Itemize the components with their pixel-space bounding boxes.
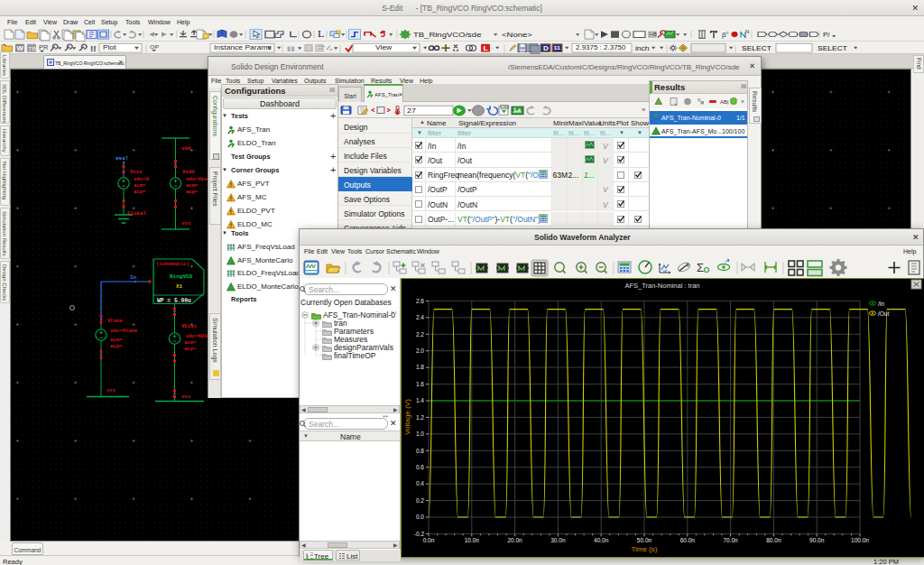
svg-text:X1: X1 <box>176 283 183 290</box>
svg-text:SELECT: SELECT <box>742 44 772 51</box>
svg-text:»: » <box>642 106 645 113</box>
svg-text:vss: vss <box>106 387 116 394</box>
svg-text:TB_RingVCO/sde: TB_RingVCO/sde <box>413 31 482 39</box>
svg-text:L: L <box>484 44 489 52</box>
svg-text:vss: vss <box>181 220 191 227</box>
svg-text:Vvss: Vvss <box>130 169 143 175</box>
svg-text:10.0n: 10.0n <box>465 537 480 543</box>
svg-text:vss: vss <box>181 394 191 400</box>
svg-text:SELECT: SELECT <box>818 44 847 51</box>
svg-text:vss!: vss! <box>116 155 128 162</box>
svg-text:acm=: acm= <box>110 337 123 343</box>
svg-text:Vbias: Vbias <box>181 323 197 329</box>
svg-text:2.6: 2.6 <box>416 298 424 304</box>
svg-text:D: D <box>543 44 549 51</box>
svg-text:acp=: acp= <box>110 343 123 349</box>
svg-text:acp=: acp= <box>186 189 199 195</box>
svg-text:In: In <box>130 274 137 281</box>
svg-text:vdc=0: vdc=0 <box>134 176 149 182</box>
svg-text:2.2: 2.2 <box>416 331 424 338</box>
svg-text:N: N <box>745 30 749 34</box>
svg-text:inch: inch <box>635 44 650 51</box>
svg-text:TB: TB <box>28 45 37 51</box>
svg-text:Plot: Plot <box>103 44 116 51</box>
svg-text:»: » <box>741 98 744 105</box>
svg-text:1.8: 1.8 <box>416 364 424 370</box>
svg-text:acp=: acp= <box>134 189 146 195</box>
svg-text:30.0n: 30.0n <box>550 537 566 543</box>
svg-text:2.9375 : 2.3750: 2.9375 : 2.3750 <box>576 44 625 51</box>
svg-text:Global: Global <box>127 210 146 217</box>
svg-text:L: L <box>318 29 325 39</box>
svg-text:acm=: acm= <box>134 182 146 189</box>
svg-text:Instance Params: Instance Params <box>214 44 272 51</box>
svg-text:acp=: acp= <box>184 346 197 352</box>
svg-text:40.0n: 40.0n <box>594 537 609 543</box>
svg-text:80.0n: 80.0n <box>766 537 781 543</box>
svg-text:2.0: 2.0 <box>416 347 424 354</box>
svg-text:vdc=Vpwr: vdc=Vpwr <box>186 176 210 182</box>
svg-text:27: 27 <box>407 107 416 115</box>
svg-text:vdd: vdd <box>181 145 190 152</box>
svg-text:20.0n: 20.0n <box>507 537 522 543</box>
svg-text:50.0n: 50.0n <box>637 537 652 543</box>
svg-text:60.0n: 60.0n <box>680 537 696 543</box>
svg-text:0.0: 0.0 <box>416 514 424 520</box>
svg-text:vdc=Vtune: vdc=Vtune <box>110 328 138 334</box>
svg-text:0.0n: 0.0n <box>423 537 435 543</box>
svg-text:0.8: 0.8 <box>416 448 424 454</box>
svg-text:0.6: 0.6 <box>416 464 424 470</box>
svg-text:(schematic): (schematic) <box>156 261 189 267</box>
svg-text:<None>: <None> <box>502 31 532 39</box>
svg-text:/In: /In <box>878 301 885 307</box>
svg-text:P/: P/ <box>823 31 831 38</box>
svg-text:/Out: /Out <box>878 310 889 317</box>
svg-text:W: W <box>17 45 24 52</box>
svg-text:β°: β° <box>722 31 729 38</box>
svg-text:11: 11 <box>554 45 561 51</box>
svg-text:AB|: AB| <box>720 99 729 105</box>
svg-text:70.0n: 70.0n <box>723 537 738 543</box>
svg-text:·: · <box>492 44 494 51</box>
svg-text:1.4: 1.4 <box>416 397 424 403</box>
svg-text:100.0n: 100.0n <box>851 537 869 543</box>
svg-text:OP: OP <box>150 43 160 50</box>
svg-text:2.4: 2.4 <box>416 314 424 320</box>
svg-text:CSV: CSV <box>501 106 509 110</box>
svg-text:Vvdd: Vvdd <box>182 169 194 175</box>
svg-text:acm=: acm= <box>186 182 199 189</box>
svg-text:90.0n: 90.0n <box>809 537 825 543</box>
svg-text:1.6: 1.6 <box>416 381 424 387</box>
svg-text:AFS_Tran-Nominal : tran: AFS_Tran-Nominal : tran <box>624 282 699 290</box>
svg-text:0.2: 0.2 <box>416 497 424 504</box>
svg-text:1.2: 1.2 <box>416 414 424 421</box>
svg-text:PR: PR <box>39 44 48 51</box>
svg-text:▮▮: ▮▮ <box>287 44 295 51</box>
svg-text:0.4: 0.4 <box>416 480 424 486</box>
svg-text:!!: !! <box>90 43 97 52</box>
svg-text:Vtune: Vtune <box>107 318 123 324</box>
svg-text:acm=: acm= <box>184 339 197 346</box>
svg-text:View: View <box>375 44 392 51</box>
svg-text:RingVCO: RingVCO <box>170 273 193 280</box>
svg-text:w: w <box>662 268 668 273</box>
svg-text:HB: HB <box>650 32 657 37</box>
svg-text:Voltage (V): Voltage (V) <box>403 399 411 435</box>
svg-text:Σ: Σ <box>697 261 704 274</box>
svg-text:1.0: 1.0 <box>416 431 424 437</box>
svg-text:-0.2: -0.2 <box>414 531 425 537</box>
svg-text:Time (s): Time (s) <box>631 545 657 553</box>
svg-text:WP = 5.00u: WP = 5.00u <box>157 298 191 304</box>
